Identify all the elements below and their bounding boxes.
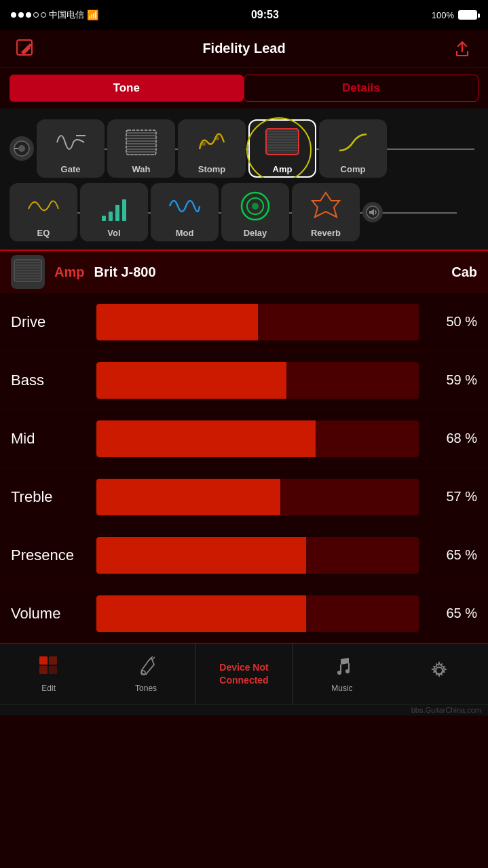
effect-eq[interactable]: EQ bbox=[10, 183, 77, 241]
svg-rect-47 bbox=[49, 666, 57, 674]
watermark: bbs.GuitarChina.com bbox=[0, 704, 488, 715]
output-jack bbox=[362, 202, 383, 222]
nav-settings[interactable] bbox=[391, 644, 488, 704]
mid-fill bbox=[96, 420, 316, 457]
battery-icon bbox=[458, 10, 477, 20]
presence-fill bbox=[96, 537, 306, 574]
svg-rect-45 bbox=[49, 656, 57, 665]
drive-fill bbox=[96, 304, 258, 340]
effect-gate[interactable]: Gate bbox=[37, 119, 105, 178]
slider-row-treble: Treble 57 % bbox=[0, 468, 488, 526]
slider-row-volume: Volume 65 % bbox=[0, 585, 488, 643]
guitar-jack-icon bbox=[13, 140, 31, 157]
drive-value: 50 % bbox=[430, 314, 477, 330]
tones-nav-label: Tones bbox=[135, 684, 157, 693]
gear-icon bbox=[428, 660, 450, 682]
battery-percent: 100% bbox=[432, 10, 454, 20]
input-jack bbox=[10, 136, 34, 161]
nav-music[interactable]: Music bbox=[293, 644, 390, 704]
vol-label: Vol bbox=[107, 228, 120, 238]
drive-label: Drive bbox=[11, 313, 86, 331]
amp-label-text: Amp bbox=[54, 264, 84, 280]
drive-track[interactable] bbox=[96, 304, 419, 340]
volume-label: Volume bbox=[11, 605, 86, 623]
effect-delay[interactable]: Delay bbox=[221, 183, 289, 241]
svg-point-34 bbox=[252, 203, 259, 210]
reverb-label: Reverb bbox=[311, 228, 341, 238]
svg-point-16 bbox=[202, 142, 206, 146]
svg-rect-5 bbox=[126, 130, 156, 155]
bass-label: Bass bbox=[11, 372, 86, 389]
amp-label: Amp bbox=[273, 164, 293, 174]
svg-rect-44 bbox=[39, 656, 48, 665]
treble-value: 57 % bbox=[430, 489, 477, 505]
mod-icon bbox=[166, 187, 204, 225]
treble-track[interactable] bbox=[96, 479, 419, 515]
svg-point-54 bbox=[345, 669, 350, 673]
svg-rect-46 bbox=[39, 666, 48, 674]
nav-device[interactable]: Device NotConnected bbox=[195, 644, 293, 704]
wifi-icon: 📶 bbox=[87, 9, 98, 20]
gate-label: Gate bbox=[61, 164, 81, 174]
effect-amp[interactable]: Amp bbox=[248, 119, 316, 178]
tab-tone[interactable]: Tone bbox=[10, 75, 244, 102]
comp-label: Comp bbox=[341, 164, 366, 174]
svg-point-52 bbox=[337, 671, 341, 675]
reverb-icon bbox=[307, 187, 345, 225]
effects-section: Gate bbox=[0, 108, 488, 250]
effect-vol[interactable]: Vol bbox=[80, 183, 148, 241]
edit-nav-icon bbox=[38, 655, 60, 681]
presence-track[interactable] bbox=[96, 537, 419, 574]
edit-button[interactable] bbox=[14, 37, 38, 61]
svg-point-2 bbox=[18, 145, 25, 152]
share-button[interactable] bbox=[450, 37, 474, 61]
music-note-icon bbox=[331, 655, 353, 677]
status-bar: 中国电信 📶 09:53 100% bbox=[0, 0, 488, 30]
slider-row-mid: Mid 68 % bbox=[0, 410, 488, 468]
stomp-icon bbox=[193, 123, 231, 161]
tab-details[interactable]: Details bbox=[244, 75, 479, 102]
svg-rect-31 bbox=[122, 199, 126, 221]
svg-rect-6 bbox=[126, 130, 156, 155]
bass-value: 59 % bbox=[430, 372, 477, 388]
effect-reverb[interactable]: Reverb bbox=[292, 183, 360, 241]
nav-tones[interactable]: Tones bbox=[97, 644, 194, 704]
eq-label: EQ bbox=[37, 228, 50, 238]
amp-cab-text: Cab bbox=[451, 264, 477, 280]
share-icon bbox=[453, 39, 472, 58]
guitar-icon bbox=[135, 655, 157, 677]
amp-header-bar: Amp Brit J-800 Cab bbox=[0, 250, 488, 293]
vol-icon bbox=[95, 187, 133, 225]
dot3 bbox=[26, 12, 31, 18]
slider-row-bass: Bass 59 % bbox=[0, 351, 488, 410]
battery-fill bbox=[459, 12, 476, 18]
mid-track[interactable] bbox=[96, 420, 419, 457]
bass-track[interactable] bbox=[96, 362, 419, 399]
edit-pencil-icon bbox=[38, 655, 60, 677]
amp-icon bbox=[263, 123, 301, 161]
nav-edit[interactable]: Edit bbox=[0, 644, 97, 704]
slider-row-drive: Drive 50 % bbox=[0, 293, 488, 351]
sliders-section: Drive 50 % Bass 59 % Mid 68 % Treble 57 … bbox=[0, 293, 488, 643]
amp-header-icon bbox=[11, 255, 45, 289]
volume-track[interactable] bbox=[96, 595, 419, 632]
volume-fill bbox=[96, 595, 306, 632]
effect-mod[interactable]: Mod bbox=[151, 183, 219, 241]
effect-stomp[interactable]: Stomp bbox=[178, 119, 246, 178]
dot5 bbox=[41, 12, 46, 18]
tab-bar: Tone Details bbox=[0, 68, 488, 108]
dot1 bbox=[11, 12, 16, 18]
wah-icon bbox=[122, 123, 160, 161]
effect-comp[interactable]: Comp bbox=[319, 119, 387, 178]
app-header: Fidelity Lead bbox=[0, 30, 488, 68]
treble-label: Treble bbox=[11, 488, 86, 506]
effect-wah[interactable]: Wah bbox=[107, 119, 175, 178]
svg-rect-30 bbox=[115, 205, 119, 221]
status-time: 09:53 bbox=[251, 9, 279, 21]
amp-header-graphic bbox=[13, 257, 43, 287]
treble-fill bbox=[96, 479, 280, 515]
page-title: Fidelity Lead bbox=[202, 41, 285, 56]
volume-value: 65 % bbox=[430, 606, 477, 621]
dot2 bbox=[18, 12, 24, 18]
edit-icon bbox=[16, 39, 36, 59]
